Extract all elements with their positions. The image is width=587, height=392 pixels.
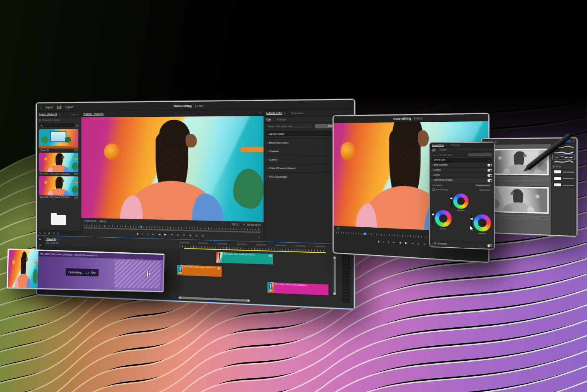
play-icon[interactable]: ▶ — [405, 241, 407, 244]
face-detection-checkbox[interactable] — [433, 188, 435, 191]
extract-icon[interactable]: ▥ — [424, 243, 426, 246]
playhead-marker[interactable] — [364, 233, 367, 235]
storyboard-frame[interactable] — [489, 148, 549, 176]
panel-menu-icon[interactable]: ≡ — [260, 111, 261, 114]
tab-lumetri-collapsed[interactable]: Lum — [72, 113, 76, 116]
subtab-settings[interactable]: Settings — [277, 118, 286, 121]
export-frame-icon[interactable]: ▣ — [189, 234, 191, 236]
menu-export[interactable]: Export — [65, 106, 73, 108]
panel-menu-icon[interactable]: ≡ — [78, 113, 79, 116]
step-forward-icon[interactable]: ⇥ — [411, 242, 413, 245]
subtab-settings[interactable]: Settings — [440, 149, 447, 151]
home-icon[interactable]: ⌂ — [40, 106, 42, 108]
layers-tab-icon[interactable]: ▣ — [553, 165, 555, 168]
section-hsl-secondary[interactable]: › HSL Secondary — [430, 241, 494, 248]
timeline-clip-orange[interactable]: S01_Sh05_Tk03_CamC_20250103_ fx — [177, 265, 222, 277]
brush-preset[interactable] — [553, 150, 575, 154]
menu-edit[interactable]: Edit — [57, 105, 61, 109]
tab-properties[interactable]: Properties — [291, 111, 304, 114]
new-bin-icon[interactable]: ▥ — [76, 124, 78, 126]
project-item[interactable]: S01_Sh06_Tk01_CamB_20250103... 2;28 — [39, 176, 78, 199]
toggle[interactable] — [488, 169, 492, 171]
tab-properties[interactable]: Properties — [451, 144, 460, 146]
track-tool-icon[interactable]: ▤ — [39, 244, 41, 246]
shadows-slider[interactable] — [433, 211, 433, 225]
add-marker-icon[interactable]: ▮ — [137, 232, 138, 235]
tab-sequence[interactable]: _Project 01 — [46, 237, 56, 241]
project-file-name[interactable]: Project 01 (.prproj) — [43, 119, 60, 121]
mark-in-icon[interactable]: { — [142, 233, 143, 235]
timeline-tracks[interactable]: S01_Sh06_Tk01_CamB_20250103_ fx S01_Sh05… — [180, 250, 326, 298]
shadows-wheel[interactable] — [435, 210, 452, 227]
project-item[interactable]: _Project 01 0;00 — [39, 129, 78, 152]
tab-program[interactable]: Program: _Project 01 — [83, 113, 104, 116]
comparison-view-button[interactable]: Comparison View — [474, 183, 491, 187]
subtab-edit[interactable]: Edit — [266, 118, 271, 121]
brush-preset-selected[interactable] — [553, 155, 575, 159]
section-curves[interactable]: › Curves — [430, 172, 494, 178]
scroll-knob[interactable] — [247, 299, 250, 302]
zoom-slider-icon[interactable]: ▧ — [53, 232, 55, 234]
paths-tab-icon[interactable]: ▥ — [559, 165, 561, 168]
playback-resolution-select[interactable]: 1/2 ⌄ — [230, 222, 240, 226]
mark-out-icon[interactable]: } — [388, 241, 389, 243]
layer-row[interactable] — [553, 169, 575, 175]
add-marker-icon[interactable]: ▮ — [378, 240, 380, 243]
menu-import[interactable]: Import — [46, 106, 53, 109]
channels-tab-icon[interactable]: ▤ — [556, 165, 558, 168]
panel-menu-icon[interactable]: ≡ — [573, 140, 574, 142]
caret-down-icon[interactable]: ⌄ — [336, 226, 340, 230]
timeline-hscroll[interactable] — [180, 297, 248, 302]
step-forward-icon[interactable]: ⇥ — [170, 233, 172, 236]
folder-icon[interactable] — [51, 215, 66, 225]
settings-menu-icon[interactable]: ▨ — [202, 234, 204, 236]
layer-row[interactable] — [553, 182, 575, 188]
scroll-knob[interactable] — [178, 296, 182, 299]
toggle[interactable] — [488, 179, 492, 181]
selection-tool-icon[interactable]: ▶ — [40, 238, 41, 240]
lift-icon[interactable]: ▤ — [417, 242, 420, 245]
zoom-select[interactable]: Fit ⌄ — [99, 219, 108, 224]
tab-lumetri-color[interactable]: Lumetri Color — [432, 144, 444, 146]
timeline-clip-magenta[interactable]: S01_Sh07_Tk01_CamA_20250103_ — [267, 282, 328, 296]
midtones-slider[interactable] — [451, 195, 452, 208]
tab-lumetri-color[interactable]: Lumetri Color — [266, 111, 282, 115]
shape-tool-icon[interactable]: ▧ — [495, 141, 497, 143]
play-icon[interactable]: ▶ — [164, 233, 167, 236]
mark-out-icon[interactable]: } — [147, 233, 148, 235]
subtab-edit[interactable]: Edit — [432, 148, 435, 151]
effect-dropdown[interactable]: Lumetri Color ⌄ — [432, 158, 492, 162]
go-to-in-icon[interactable]: ⇤ — [393, 241, 395, 244]
lift-icon[interactable]: ▤ — [177, 234, 179, 236]
grid-view-icon[interactable]: ▣ — [48, 232, 50, 234]
trash-icon[interactable]: ▨ — [57, 232, 59, 234]
close-icon[interactable]: × — [59, 113, 60, 116]
highlights-wheel[interactable] — [474, 214, 491, 231]
toggle[interactable] — [488, 244, 492, 247]
list-view-icon[interactable]: ☰ — [44, 232, 46, 234]
mark-in-icon[interactable]: { — [383, 241, 384, 243]
program-video-frame[interactable] — [81, 116, 264, 222]
effect-dropdown[interactable]: Lumetri Color ⌄ — [266, 131, 344, 136]
brush-preset[interactable] — [553, 160, 575, 164]
scroll-knob[interactable] — [333, 256, 336, 259]
pen-tool-icon[interactable]: ✎ — [39, 231, 41, 234]
close-icon[interactable]: × — [58, 238, 59, 241]
target-sequence-button[interactable] — [468, 153, 492, 156]
section-creative[interactable]: › Creative — [430, 167, 494, 173]
midtones-wheel[interactable] — [453, 193, 469, 209]
toggle[interactable] — [488, 174, 492, 176]
go-to-in-icon[interactable]: ⇤ — [152, 233, 154, 235]
section-basic-correction[interactable]: › Basic Correction — [430, 162, 494, 167]
step-back-icon[interactable]: ◀ — [158, 233, 160, 236]
step-back-icon[interactable]: ◀ — [399, 241, 401, 244]
comparison-icon[interactable]: ▧ — [195, 234, 197, 236]
timeline-timecode[interactable]: 00;00;05;00 — [46, 241, 58, 244]
toggle[interactable] — [488, 164, 492, 166]
generative-extend-clip[interactable]: S01_Sh03_Tk04_CamA_20250103_ -00;00;04;2… — [7, 249, 165, 292]
source-clip-button[interactable]: Source · S01_Sh03_Tk04_... — [432, 153, 467, 157]
settings-icon[interactable]: ⚙ — [243, 223, 245, 226]
search-input[interactable] — [39, 123, 75, 127]
timeline-clip-teal[interactable]: S01_Sh06_Tk01_CamB_20250103_ fx — [216, 252, 273, 264]
playhead-timecode[interactable]: 00;00;04;28 — [84, 220, 96, 223]
